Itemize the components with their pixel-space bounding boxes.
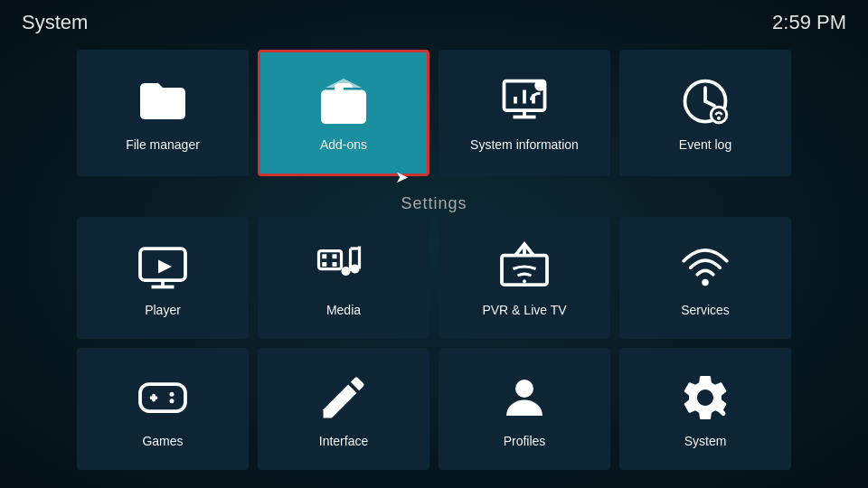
tile-interface-label: Interface <box>319 434 368 448</box>
svg-point-28 <box>170 399 175 403</box>
tile-file-manager[interactable]: File manager <box>77 50 249 176</box>
tile-interface[interactable]: Interface <box>258 348 429 470</box>
tile-system[interactable]: System <box>619 348 791 470</box>
services-icon <box>678 239 732 294</box>
system-info-icon <box>497 74 552 128</box>
svg-rect-16 <box>322 254 326 258</box>
settings-row-1: Player Media <box>54 217 814 339</box>
app-title: System <box>22 11 88 34</box>
settings-grid: Player Media <box>0 217 868 470</box>
tile-event-log-label: Event log <box>679 137 731 152</box>
svg-point-22 <box>523 279 526 283</box>
svg-rect-18 <box>322 262 326 267</box>
header: System 2:59 PM <box>0 0 868 45</box>
svg-rect-19 <box>333 262 337 267</box>
svg-point-10 <box>717 117 721 120</box>
tile-games[interactable]: Games <box>77 348 249 470</box>
tile-system-information-label: System information <box>470 137 579 152</box>
tile-services-label: Services <box>681 303 730 317</box>
tile-add-ons[interactable]: Add-ons <box>258 50 429 176</box>
tile-system-label: System <box>684 434 727 448</box>
tile-profiles-label: Profiles <box>504 434 546 448</box>
svg-rect-24 <box>140 384 185 411</box>
games-icon <box>136 371 190 425</box>
media-icon <box>316 239 371 294</box>
profiles-icon <box>497 371 552 425</box>
svg-marker-12 <box>158 259 172 273</box>
top-row: File manager Add-ons <box>0 50 868 176</box>
svg-point-27 <box>170 391 175 396</box>
svg-point-6 <box>534 80 546 91</box>
tile-pvr-live-tv-label: PVR & Live TV <box>482 303 566 317</box>
svg-rect-17 <box>333 254 337 258</box>
event-log-icon <box>678 74 732 128</box>
tile-event-log[interactable]: Event log <box>619 50 791 176</box>
tile-media[interactable]: Media <box>258 217 429 339</box>
svg-point-29 <box>515 380 533 398</box>
tile-player[interactable]: Player <box>77 217 249 339</box>
settings-row-2: Games Interface Profiles <box>54 348 814 470</box>
tile-profiles[interactable]: Profiles <box>439 348 610 470</box>
pvr-icon <box>497 239 552 294</box>
clock: 2:59 PM <box>772 11 846 34</box>
tile-services[interactable]: Services <box>619 217 791 339</box>
tile-add-ons-label: Add-ons <box>320 137 367 152</box>
tile-system-information[interactable]: System information <box>439 50 610 176</box>
addons-icon <box>316 74 371 128</box>
svg-point-23 <box>702 278 709 286</box>
tile-media-label: Media <box>326 303 361 317</box>
tile-file-manager-label: File manager <box>126 137 200 152</box>
tile-pvr-live-tv[interactable]: PVR & Live TV <box>439 217 610 339</box>
tile-player-label: Player <box>145 303 181 317</box>
folder-icon <box>136 74 190 128</box>
tile-games-label: Games <box>142 434 183 448</box>
settings-label: Settings <box>0 194 868 213</box>
system-icon <box>678 371 732 425</box>
player-icon <box>136 239 190 294</box>
interface-icon <box>316 371 371 425</box>
